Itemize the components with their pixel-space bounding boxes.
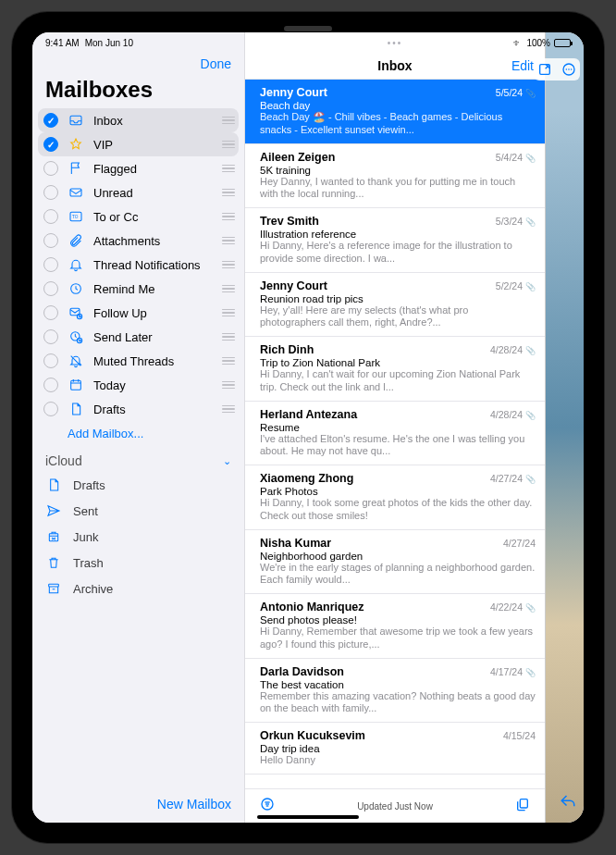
more-icon[interactable] bbox=[561, 61, 577, 78]
mailbox-item-unread[interactable]: Unread bbox=[32, 180, 244, 204]
message-item[interactable]: Herland Antezana 4/28/24📎 Resume I've at… bbox=[245, 402, 545, 466]
account-item-a-drafts[interactable]: Drafts bbox=[32, 472, 244, 498]
drag-handle-icon[interactable] bbox=[222, 309, 235, 317]
message-preview-peek[interactable] bbox=[545, 32, 584, 823]
paperclip-icon bbox=[68, 232, 84, 249]
message-preview: Hello Danny bbox=[260, 754, 536, 767]
mailbox-checkbox[interactable] bbox=[43, 329, 58, 344]
message-preview: We're in the early stages of planning a … bbox=[260, 562, 536, 588]
message-item[interactable]: Orkun Kucuksevim 4/15/24 Day trip idea H… bbox=[245, 723, 545, 774]
message-subject: Beach day bbox=[260, 100, 536, 111]
mailbox-checkbox[interactable] bbox=[43, 281, 58, 296]
mailbox-checkbox[interactable] bbox=[43, 113, 58, 128]
message-item[interactable]: Jenny Court 5/5/24📎 Beach day Beach Day … bbox=[245, 80, 545, 144]
drag-handle-icon[interactable] bbox=[222, 357, 235, 366]
paperclip-icon: 📎 bbox=[525, 282, 536, 291]
drag-handle-icon[interactable] bbox=[222, 405, 235, 414]
paperclip-icon: 📎 bbox=[525, 668, 536, 677]
mailbox-checkbox[interactable] bbox=[43, 233, 58, 248]
mailbox-item-attachments[interactable]: Attachments bbox=[32, 229, 244, 253]
drag-handle-icon[interactable] bbox=[222, 117, 235, 125]
add-mailbox-button[interactable]: Add Mailbox... bbox=[32, 421, 244, 450]
message-item[interactable]: Nisha Kumar 4/27/24 Neighborhood garden … bbox=[245, 530, 545, 595]
mailbox-item-muted[interactable]: Muted Threads bbox=[32, 349, 244, 373]
account-item-label: Archive bbox=[73, 582, 113, 596]
account-item-a-sent[interactable]: Sent bbox=[32, 498, 244, 524]
mailbox-checkbox[interactable] bbox=[43, 161, 58, 176]
message-item[interactable]: Darla Davidson 4/17/24📎 The best vacatio… bbox=[245, 659, 545, 724]
paperclip-icon: 📎 bbox=[525, 154, 536, 163]
mailbox-label: Unread bbox=[93, 186, 213, 200]
reply-icon[interactable] bbox=[560, 793, 576, 813]
drag-handle-icon[interactable] bbox=[222, 381, 235, 390]
message-date: 4/17/24📎 bbox=[490, 666, 536, 677]
mailbox-checkbox[interactable] bbox=[43, 209, 58, 224]
compose-icon[interactable] bbox=[536, 61, 553, 78]
mailbox-checkbox[interactable] bbox=[43, 402, 58, 416]
mailbox-item-followup[interactable]: Follow Up bbox=[32, 301, 244, 325]
drag-handle-icon[interactable] bbox=[222, 261, 235, 269]
drag-handle-icon[interactable] bbox=[222, 285, 235, 293]
message-list[interactable]: Jenny Court 5/5/24📎 Beach day Beach Day … bbox=[245, 80, 545, 788]
account-item-label: Sent bbox=[73, 504, 98, 518]
mailbox-item-flagged[interactable]: Flagged bbox=[32, 156, 244, 180]
message-date: 4/22/24📎 bbox=[490, 601, 536, 613]
message-item[interactable]: Aileen Zeigen 5/4/24📎 5K training Hey Da… bbox=[245, 144, 545, 209]
account-item-a-archive[interactable]: Archive bbox=[32, 576, 244, 601]
account-item-a-trash[interactable]: Trash bbox=[32, 550, 244, 576]
mailbox-item-sendlater[interactable]: Send Later bbox=[32, 325, 244, 349]
message-date: 4/27/24📎 bbox=[490, 473, 536, 484]
message-sender: Trev Smith bbox=[260, 215, 319, 228]
message-subject: Reunion road trip pics bbox=[260, 293, 536, 304]
mailbox-label: Attachments bbox=[93, 234, 213, 248]
message-sender: Aileen Zeigen bbox=[260, 151, 335, 164]
new-mailbox-button[interactable]: New Mailbox bbox=[32, 787, 244, 823]
drag-handle-icon[interactable] bbox=[222, 333, 235, 341]
message-item[interactable]: Xiaomeng Zhong 4/27/24📎 Park Photos Hi D… bbox=[245, 465, 545, 530]
message-sender: Darla Davidson bbox=[260, 665, 344, 678]
mailbox-label: Send Later bbox=[93, 330, 213, 344]
filter-icon[interactable] bbox=[258, 797, 277, 815]
mailbox-checkbox[interactable] bbox=[43, 305, 58, 320]
message-sender: Rich Dinh bbox=[260, 343, 314, 356]
message-item[interactable]: Trev Smith 5/3/24📎 Illustration referenc… bbox=[245, 208, 545, 273]
home-indicator[interactable] bbox=[257, 815, 359, 819]
mailbox-item-today[interactable]: Today bbox=[32, 373, 244, 397]
edit-button[interactable]: Edit bbox=[511, 58, 534, 73]
mailbox-item-remind[interactable]: Remind Me bbox=[32, 277, 244, 301]
account-section-header[interactable]: iCloud⌄ bbox=[32, 450, 244, 472]
svg-point-21 bbox=[571, 68, 573, 70]
mailbox-item-inbox[interactable]: Inbox bbox=[38, 108, 239, 132]
message-item[interactable]: Antonio Manriquez 4/22/24📎 Send photos p… bbox=[245, 594, 545, 659]
mailbox-item-tocc[interactable]: TO To or Cc bbox=[32, 204, 244, 229]
mailbox-checkbox[interactable] bbox=[43, 257, 58, 272]
mailboxes-sidebar: Done Mailboxes Inbox VIP Flagged Unread … bbox=[32, 32, 245, 823]
mailbox-item-vip[interactable]: VIP bbox=[38, 132, 239, 156]
stack-icon[interactable] bbox=[513, 797, 532, 815]
clock-icon bbox=[68, 280, 84, 297]
message-item[interactable]: Jenny Court 5/2/24📎 Reunion road trip pi… bbox=[245, 273, 545, 338]
mailbox-item-thread[interactable]: Thread Notifications bbox=[32, 253, 244, 277]
status-time: 9:41 AM bbox=[45, 38, 80, 48]
mailbox-item-drafts[interactable]: Drafts bbox=[32, 397, 244, 421]
message-item[interactable]: Rich Dinh 4/28/24📎 Trip to Zion National… bbox=[245, 337, 545, 402]
archive-icon bbox=[45, 580, 62, 597]
done-button[interactable]: Done bbox=[201, 56, 231, 71]
mailbox-checkbox[interactable] bbox=[43, 185, 58, 200]
message-subject: Day trip idea bbox=[260, 743, 536, 754]
message-preview: Hi Danny, I took some great photos of th… bbox=[260, 497, 536, 523]
account-item-a-junk[interactable]: Junk bbox=[32, 524, 244, 550]
paperclip-icon: 📎 bbox=[525, 89, 536, 98]
junk-icon bbox=[45, 528, 62, 545]
mailbox-checkbox[interactable] bbox=[43, 137, 58, 152]
updated-status: Updated Just Now bbox=[277, 801, 513, 812]
send-icon bbox=[45, 502, 62, 519]
drag-handle-icon[interactable] bbox=[222, 189, 235, 197]
drag-handle-icon[interactable] bbox=[222, 141, 235, 149]
mailbox-checkbox[interactable] bbox=[43, 378, 58, 392]
drag-handle-icon[interactable] bbox=[222, 213, 235, 221]
drag-handle-icon[interactable] bbox=[222, 165, 235, 173]
drag-handle-icon[interactable] bbox=[222, 237, 235, 245]
mailbox-checkbox[interactable] bbox=[43, 353, 58, 368]
calendar-icon bbox=[68, 377, 84, 393]
